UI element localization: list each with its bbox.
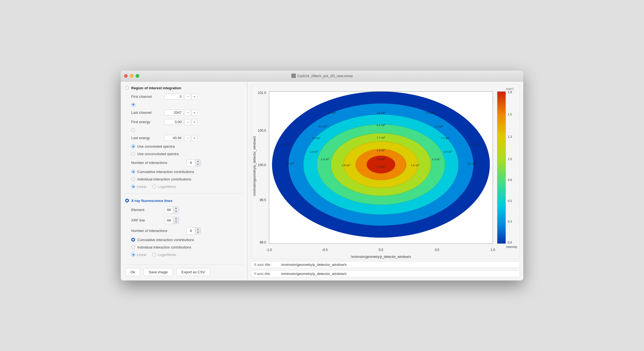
roi-linear-option[interactable]: Linear [131,185,147,189]
svg-text:0.0: 0.0 [508,241,512,244]
roi-cumulative-row: Cumulative interaction contributions [125,170,243,174]
energy-radio[interactable] [131,128,135,132]
last-energy-decrement[interactable]: − [185,135,191,141]
svg-text:2.6·10⁶: 2.6·10⁶ [283,143,291,146]
xrf-individual-label: Individual interaction contributions [137,245,191,249]
svg-text:1.8: 1.8 [508,90,512,93]
use-convoluted-label: Use convoluted spectra [137,144,175,148]
maximize-button[interactable] [136,74,139,78]
svg-text:1.3·10⁷: 1.3·10⁷ [377,158,385,161]
xrf-linear-radio[interactable] [131,253,135,256]
first-channel-label: First channel [131,94,164,99]
xrf-line-spin-up[interactable]: ▲ [173,217,179,220]
first-energy-decrement[interactable]: − [185,119,191,125]
window-title-text: CaSO4_28keV_pol_2D_new.xmsa [297,74,353,78]
svg-text:1.0: 1.0 [490,248,495,252]
xrf-linear-option[interactable]: Linear [131,253,147,257]
xrf-scale-group: Linear Logarithmic [125,253,243,257]
use-unconvoluted-radio[interactable] [131,152,135,156]
element-label: Element [131,208,164,212]
roi-num-interactions-spin[interactable]: 4 ▲ ▼ [186,159,201,166]
last-energy-input[interactable] [164,135,184,141]
svg-text:1.5·10⁷: 1.5·10⁷ [342,163,350,166]
svg-text:/xmimsim/geometry/p_detector_w: /xmimsim/geometry/p_detector_window/x [351,255,411,259]
first-channel-input[interactable] [164,94,184,99]
last-channel-label: Last channel [131,110,164,115]
last-energy-steppers: − + [185,135,197,141]
save-image-button[interactable]: Save image [144,268,173,276]
left-panel: Region of interest integration First cha… [121,82,248,281]
roi-section-header: Region of interest integration [125,86,243,90]
svg-text:Intensity: Intensity [506,245,517,249]
first-channel-decrement[interactable]: − [185,94,191,100]
use-convoluted-radio[interactable] [131,144,135,148]
xrf-logarithmic-radio[interactable] [152,253,156,256]
last-channel-input[interactable] [164,110,184,115]
minimize-button[interactable] [130,74,133,78]
y-axis-title-input[interactable] [281,272,517,276]
first-energy-input[interactable] [164,119,184,125]
first-energy-increment[interactable]: + [191,119,197,125]
element-spin-down[interactable]: ▼ [173,210,179,213]
x-axis-title-row: X-axis title [251,261,520,268]
roi-logarithmic-radio[interactable] [152,185,156,188]
main-content: Region of interest integration First cha… [121,82,523,281]
xrf-cumulative-radio[interactable] [131,238,135,242]
xrf-num-interactions-spin[interactable]: 4 ▲ ▼ [186,227,201,234]
svg-text:1.0·10⁷: 1.0·10⁷ [444,150,452,153]
xrf-cumulative-label: Cumulative interaction contributions [137,238,194,242]
xrf-spin-up[interactable]: ▲ [195,228,201,231]
last-energy-increment[interactable]: + [191,135,197,141]
y-axis-title-row: Y-axis title [251,270,520,277]
ok-button[interactable]: Ok [125,268,140,276]
roi-num-interactions-label: Number of interactions [131,161,186,165]
roi-logarithmic-option[interactable]: Logarithmic [152,185,176,189]
svg-text:0.0: 0.0 [379,248,383,252]
x-axis-title-label: X-axis title [254,263,279,267]
svg-text:0.5: 0.5 [508,199,512,202]
xrf-num-interactions-label: Number of interactions [131,229,186,233]
last-channel-increment[interactable]: + [191,110,197,116]
xrf-logarithmic-option[interactable]: Logarithmic [152,253,176,257]
chart-container: 2.6·10⁶ 2.6·10⁶ 2.6·10⁶ 2.6·10⁶ 2.6·10⁶ … [251,85,520,259]
xrf-spin-down[interactable]: ▼ [195,231,201,234]
roi-cumulative-radio[interactable] [131,170,135,174]
close-button[interactable] [124,74,128,78]
xrf-line-row: XRF line All ▲ ▼ [125,217,243,224]
element-spin-up[interactable]: ▲ [173,207,179,210]
last-channel-steppers: − + [185,110,197,116]
first-energy-label: First energy [131,120,164,124]
roi-radio[interactable] [125,86,129,90]
roi-linear-radio[interactable] [131,185,135,188]
xrf-line-spin[interactable]: All ▲ ▼ [164,217,179,224]
x-axis-title-input[interactable] [281,263,517,267]
svg-text:1.0·10⁷: 1.0·10⁷ [377,148,385,152]
xrf-line-label: XRF line [131,218,164,222]
xrf-line-value: All [165,218,173,223]
roi-section-label: Region of interest integration [131,86,181,90]
svg-text:0.3: 0.3 [508,220,512,223]
first-channel-increment[interactable]: + [191,94,197,100]
xrf-line-spin-down[interactable]: ▼ [173,220,179,224]
export-csv-button[interactable]: Export as CSV [176,268,210,276]
xrf-individual-radio[interactable] [131,245,135,249]
use-convoluted-row: Use convoluted spectra [125,144,243,148]
svg-text:5.1·10⁶: 5.1·10⁶ [318,125,327,128]
roi-num-interactions-row: Number of interactions 4 ▲ ▼ [125,159,243,166]
roi-spin-up[interactable]: ▲ [195,160,201,163]
svg-text:-0.5: -0.5 [322,248,328,252]
roi-num-interactions-value: 4 [187,160,195,165]
xrf-radio[interactable] [125,199,129,202]
svg-text:2.6·10⁶: 2.6·10⁶ [377,111,385,114]
last-channel-decrement[interactable]: − [185,110,191,116]
element-spin[interactable]: All ▲ ▼ [164,206,179,214]
channel-radio[interactable] [131,103,135,107]
chart-svg: 2.6·10⁶ 2.6·10⁶ 2.6·10⁶ 2.6·10⁶ 2.6·10⁶ … [251,85,520,259]
xrf-spin-arrows: ▲ ▼ [195,228,201,234]
roi-individual-radio[interactable] [131,177,135,181]
svg-text:7.7·10⁶: 7.7·10⁶ [377,136,385,139]
svg-text:2.6·10⁶: 2.6·10⁶ [471,143,479,146]
first-energy-row: First energy − + [125,119,243,125]
svg-text:100.0: 100.0 [258,163,266,167]
roi-spin-down[interactable]: ▼ [195,163,201,166]
